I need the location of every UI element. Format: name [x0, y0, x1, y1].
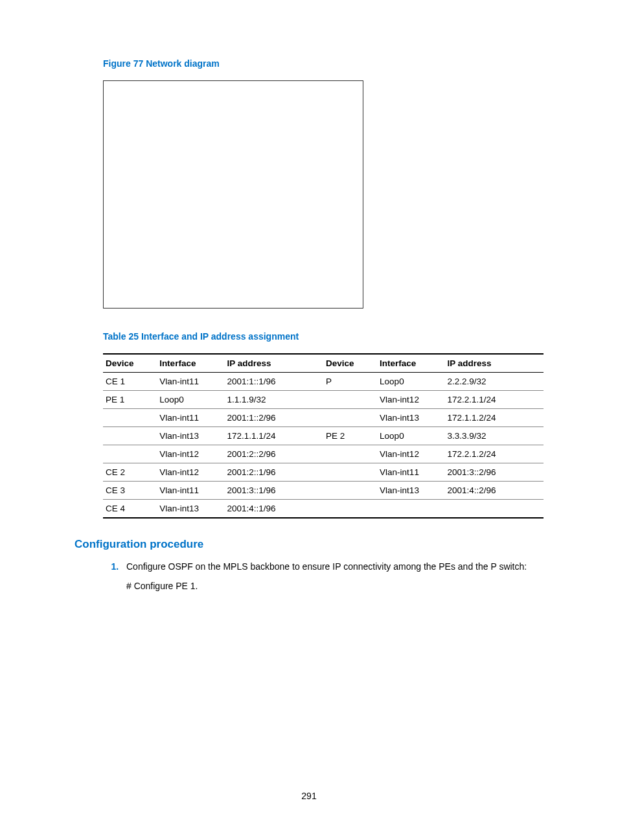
- table-row: CE 3 Vlan-int11 2001:3::1/96 Vlan-int13 …: [103, 482, 544, 500]
- cell-interface: Vlan-int12: [377, 391, 444, 409]
- cell-ip: 2001:1::2/96: [225, 409, 323, 427]
- cell-ip: 2001:4::2/96: [445, 482, 544, 500]
- cell-ip: 2001:2::2/96: [225, 445, 323, 463]
- procedure-list: Configure OSPF on the MPLS backbone to e…: [103, 560, 544, 593]
- cell-device: [323, 391, 377, 409]
- ip-assignment-table: Device Interface IP address Device Inter…: [103, 353, 544, 519]
- cell-interface: Loop0: [157, 391, 224, 409]
- cell-interface: Loop0: [377, 373, 444, 391]
- th-device-1: Device: [103, 354, 157, 373]
- cell-interface: Vlan-int13: [377, 409, 444, 427]
- th-ip-1: IP address: [225, 354, 323, 373]
- cell-ip: 172.1.1.1/24: [225, 427, 323, 445]
- table-header-row: Device Interface IP address Device Inter…: [103, 354, 544, 373]
- cell-device: [103, 409, 157, 427]
- cell-device: P: [323, 373, 377, 391]
- section-heading: Configuration procedure: [74, 538, 544, 551]
- cell-device: [323, 500, 377, 519]
- table-row: CE 4 Vlan-int13 2001:4::1/96: [103, 500, 544, 519]
- cell-interface: Vlan-int12: [377, 445, 444, 463]
- cell-device: CE 4: [103, 500, 157, 519]
- cell-device: [323, 409, 377, 427]
- cell-ip: 172.1.1.2/24: [445, 409, 544, 427]
- table-caption: Table 25 Interface and IP address assign…: [103, 331, 544, 342]
- cell-interface: Vlan-int12: [157, 463, 224, 482]
- cell-device: [103, 427, 157, 445]
- figure-caption: Figure 77 Network diagram: [103, 58, 544, 69]
- page-number: 291: [0, 791, 618, 801]
- step-sub: # Configure PE 1.: [126, 579, 544, 594]
- cell-ip: 1.1.1.9/32: [225, 391, 323, 409]
- cell-device: [323, 482, 377, 500]
- cell-device: [103, 445, 157, 463]
- cell-ip: 2.2.2.9/32: [445, 373, 544, 391]
- cell-device: [323, 445, 377, 463]
- table-row: Vlan-int11 2001:1::2/96 Vlan-int13 172.1…: [103, 409, 544, 427]
- table-row: Vlan-int13 172.1.1.1/24 PE 2 Loop0 3.3.3…: [103, 427, 544, 445]
- th-interface-1: Interface: [157, 354, 224, 373]
- cell-interface: Loop0: [377, 427, 444, 445]
- cell-ip: 2001:1::1/96: [225, 373, 323, 391]
- cell-ip: 2001:2::1/96: [225, 463, 323, 482]
- th-interface-2: Interface: [377, 354, 444, 373]
- cell-interface: Vlan-int13: [157, 427, 224, 445]
- cell-device: PE 1: [103, 391, 157, 409]
- cell-ip: 2001:3::1/96: [225, 482, 323, 500]
- cell-interface: Vlan-int11: [157, 409, 224, 427]
- cell-interface: Vlan-int11: [377, 463, 444, 482]
- cell-ip: 172.2.1.2/24: [445, 445, 544, 463]
- table-row: PE 1 Loop0 1.1.1.9/32 Vlan-int12 172.2.1…: [103, 391, 544, 409]
- network-diagram-placeholder: [103, 80, 363, 309]
- table-row: Vlan-int12 2001:2::2/96 Vlan-int12 172.2…: [103, 445, 544, 463]
- th-ip-2: IP address: [445, 354, 544, 373]
- cell-ip: 2001:4::1/96: [225, 500, 323, 519]
- cell-interface: Vlan-int11: [157, 373, 224, 391]
- cell-ip: 2001:3::2/96: [445, 463, 544, 482]
- cell-device: [323, 463, 377, 482]
- cell-device: CE 2: [103, 463, 157, 482]
- procedure-step: Configure OSPF on the MPLS backbone to e…: [121, 560, 544, 593]
- table-row: CE 1 Vlan-int11 2001:1::1/96 P Loop0 2.2…: [103, 373, 544, 391]
- cell-interface: Vlan-int12: [157, 445, 224, 463]
- cell-ip: 172.2.1.1/24: [445, 391, 544, 409]
- cell-interface: [377, 500, 444, 519]
- cell-device: CE 1: [103, 373, 157, 391]
- cell-device: PE 2: [323, 427, 377, 445]
- cell-ip: 3.3.3.9/32: [445, 427, 544, 445]
- step-text: Configure OSPF on the MPLS backbone to e…: [126, 561, 527, 572]
- cell-interface: Vlan-int11: [157, 482, 224, 500]
- table-row: CE 2 Vlan-int12 2001:2::1/96 Vlan-int11 …: [103, 463, 544, 482]
- cell-device: CE 3: [103, 482, 157, 500]
- cell-interface: Vlan-int13: [377, 482, 444, 500]
- cell-ip: [445, 500, 544, 519]
- cell-interface: Vlan-int13: [157, 500, 224, 519]
- th-device-2: Device: [323, 354, 377, 373]
